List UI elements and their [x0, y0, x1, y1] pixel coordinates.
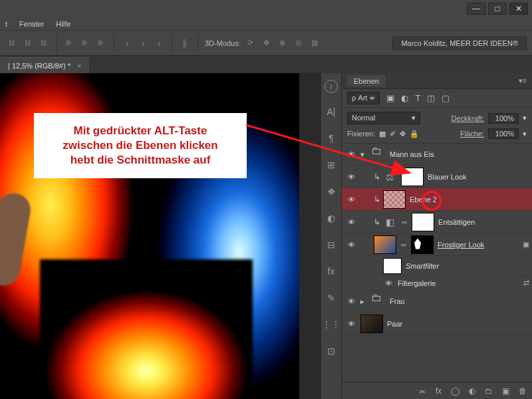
lock-all-icon[interactable]: 🔒 [410, 130, 419, 138]
lock-position-icon[interactable]: ✥ [400, 130, 406, 138]
layer-name[interactable]: Mann aus Eis [390, 150, 434, 158]
filter-shape-icon[interactable]: ◫ [427, 93, 435, 103]
distribute-icon[interactable]: ⊪ [79, 37, 91, 49]
visibility-icon[interactable]: 👁 [346, 296, 356, 307]
brush-presets-icon[interactable]: ⋮⋮ [322, 317, 340, 332]
lock-pixels-icon[interactable]: ✐ [390, 130, 396, 138]
filter-type-select[interactable]: ρ Art ≑ [347, 92, 380, 104]
character-icon[interactable]: A| [322, 104, 340, 120]
layer-row[interactable]: Smartfilter [342, 256, 532, 276]
visibility-icon[interactable]: 👁 [346, 239, 356, 250]
opacity-input[interactable]: 100% [488, 113, 519, 124]
document-tab[interactable]: | 12,5% (RGB/8#) * × [0, 57, 89, 73]
layer-row-selected[interactable]: 👁 ↳ Ebene 2 [342, 188, 532, 211]
mask-icon[interactable]: ◯ [451, 386, 460, 396]
fill-label[interactable]: Fläche: [460, 130, 484, 138]
brush-icon[interactable]: ✎ [322, 290, 340, 306]
color-icon[interactable]: ◐ [322, 210, 340, 226]
3d-icon[interactable]: ▥ [309, 37, 321, 49]
clone-icon[interactable]: ⊡ [322, 343, 340, 359]
minimize-button[interactable]: — [467, 3, 485, 15]
visibility-icon[interactable]: 👁 [346, 319, 356, 329]
layer-row[interactable]: 👁 ⫘ Frostiger Look ▣ [342, 233, 532, 256]
lock-transparency-icon[interactable]: ▩ [379, 130, 386, 138]
menu-item-t[interactable]: t [5, 20, 7, 28]
blend-mode-select[interactable]: Normal ▾ [347, 112, 420, 124]
disclosure-icon[interactable]: ▾ [360, 150, 367, 159]
paragraph-icon[interactable]: ¶ [322, 130, 340, 146]
layer-name[interactable]: Entsättigen [438, 218, 475, 226]
styles-icon[interactable]: ⊞ [322, 157, 340, 173]
user-badge[interactable]: Marco Kolditz, MEER DER IDEEN® [392, 37, 527, 50]
filter-settings-icon[interactable]: ⇄ [523, 279, 529, 287]
option-icon[interactable]: ╟ [179, 37, 191, 49]
layer-name[interactable]: Ebene 2 [410, 196, 437, 203]
distribute-icon[interactable]: ⫞ [121, 37, 133, 49]
new-layer-icon[interactable]: ▣ [502, 386, 509, 396]
visibility-icon[interactable]: 👁 [383, 278, 394, 289]
layer-name[interactable]: Blauer Look [428, 173, 467, 181]
visibility-icon[interactable]: 👁 [346, 194, 356, 205]
panel-tab-layers[interactable]: Ebenen [347, 75, 386, 87]
fx-icon[interactable]: fx [436, 386, 442, 396]
layer-thumb[interactable] [360, 315, 383, 333]
distribute-icon[interactable]: ⊪ [95, 37, 107, 49]
document-tabs: | 12,5% (RGB/8#) * × [0, 56, 532, 73]
swatches-icon[interactable]: ❖ [322, 184, 340, 200]
filter-pixel-icon[interactable]: ▣ [386, 93, 394, 103]
dropdown-icon[interactable]: ▾ [523, 114, 527, 122]
disclosure-icon[interactable]: ▸ [360, 297, 367, 306]
panel-menu-icon[interactable]: ▾≡ [519, 76, 527, 85]
3d-icon[interactable]: ✥ [261, 37, 273, 49]
align-icon[interactable]: ⊟ [37, 37, 49, 49]
mask-thumb[interactable] [412, 213, 434, 231]
align-icon[interactable]: ⊟ [5, 37, 17, 49]
layer-thumb[interactable] [374, 235, 396, 254]
panel-footer: ⫘ fx ◯ ◐ 🗀 ▣ 🗑 [342, 382, 532, 399]
visibility-icon[interactable]: 👁 [346, 172, 356, 182]
visibility-icon[interactable] [346, 278, 356, 289]
menu-item-window[interactable]: Fenster [19, 20, 44, 28]
adjustment-icon[interactable]: ◐ [469, 386, 475, 396]
3d-icon[interactable]: ⟳ [245, 37, 257, 49]
layer-group[interactable]: 👁 ▾ 🗀 Mann aus Eis [342, 144, 532, 166]
layer-thumb[interactable] [383, 190, 406, 209]
layer-row[interactable]: 👁 ↳ ⚖ Blauer Look [342, 166, 532, 188]
adjustments-icon[interactable]: ⊟ [322, 237, 340, 253]
filter-adjust-icon[interactable]: ◐ [401, 93, 408, 103]
visibility-icon[interactable] [346, 261, 356, 271]
close-button[interactable]: ✕ [509, 3, 528, 15]
visibility-icon[interactable]: 👁 [346, 217, 356, 227]
distribute-icon[interactable]: ⫞ [153, 37, 165, 49]
filter-type-icon[interactable]: T [415, 93, 420, 103]
layer-name[interactable]: Filtergalerie [398, 279, 436, 287]
group-icon[interactable]: 🗀 [485, 386, 493, 396]
close-tab-icon[interactable]: × [77, 62, 81, 70]
layer-name[interactable]: Frau [390, 297, 405, 305]
layer-name[interactable]: Paar [387, 320, 402, 328]
distribute-icon[interactable]: ⫞ [137, 37, 149, 49]
3d-icon[interactable]: ⊕ [277, 37, 289, 49]
3d-icon[interactable]: ◎ [293, 37, 305, 49]
layer-row[interactable]: 👁 Filtergalerie ⇄ [342, 276, 532, 291]
layer-group[interactable]: 👁 ▸ 🗀 Frau [342, 291, 532, 313]
layer-row[interactable]: 👁 ↳ ◧ ⫘ Entsättigen [342, 211, 532, 233]
link-layers-icon[interactable]: ⫘ [418, 386, 426, 396]
menu-item-help[interactable]: Hilfe [56, 20, 70, 28]
info-icon[interactable]: i [325, 80, 338, 93]
layer-name[interactable]: Frostiger Look [438, 241, 484, 249]
dropdown-icon[interactable]: ▾ [523, 130, 527, 138]
distribute-icon[interactable]: ⊪ [63, 37, 75, 49]
filter-mask-thumb[interactable] [383, 258, 402, 274]
visibility-icon[interactable]: 👁 [346, 149, 356, 160]
delete-icon[interactable]: 🗑 [519, 386, 527, 396]
opacity-label[interactable]: Deckkraft: [451, 114, 484, 122]
filter-smart-icon[interactable]: ▢ [442, 93, 450, 103]
layer-row[interactable]: 👁 Paar [342, 313, 532, 335]
align-icon[interactable]: ⊟ [21, 37, 33, 49]
mask-thumb[interactable] [401, 168, 424, 186]
maximize-button[interactable]: □ [488, 3, 507, 15]
mask-thumb[interactable] [411, 235, 434, 254]
fill-input[interactable]: 100% [488, 128, 519, 139]
styles-icon[interactable]: fx [322, 263, 340, 279]
